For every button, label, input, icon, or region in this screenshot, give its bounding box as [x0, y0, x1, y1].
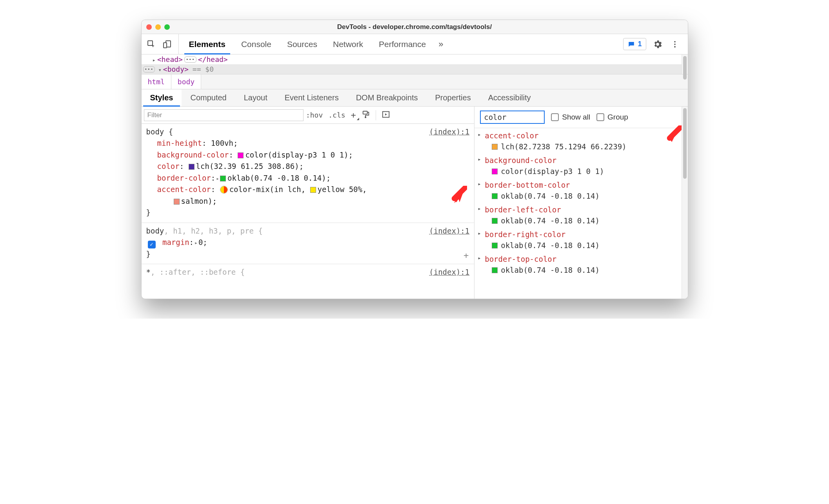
- computed-item[interactable]: border-left-color oklab(0.74 -0.18 0.14): [478, 204, 684, 228]
- window-title: DevTools - developer.chrome.com/tags/dev…: [142, 23, 688, 31]
- svg-rect-7: [365, 116, 366, 118]
- subtab-dom-breakpoints[interactable]: DOM Breakpoints: [347, 89, 427, 106]
- color-swatch[interactable]: [492, 169, 498, 174]
- prop-name[interactable]: margin: [162, 238, 189, 247]
- dom-node-body[interactable]: ••• <body> == $0: [142, 64, 688, 74]
- color-swatch[interactable]: [492, 193, 498, 199]
- expand-triangle-icon[interactable]: ▸: [216, 175, 219, 183]
- prop-value[interactable]: yellow: [318, 185, 345, 194]
- source-link[interactable]: (index):1: [429, 126, 469, 138]
- maximize-window-button[interactable]: [164, 24, 170, 30]
- ellipsis-badge[interactable]: •••: [143, 66, 155, 73]
- subtab-layout[interactable]: Layout: [235, 89, 276, 106]
- breadcrumb-html[interactable]: html: [142, 74, 171, 89]
- main-toolbar: Elements Console Sources Network Perform…: [142, 34, 688, 54]
- computed-item[interactable]: border-bottom-color oklab(0.74 -0.18 0.1…: [478, 179, 684, 204]
- css-rule-body[interactable]: (index):1 body { min-height: 100vh; back…: [142, 124, 474, 223]
- cls-button[interactable]: .cls: [328, 111, 345, 119]
- computed-value: oklab(0.74 -0.18 0.14): [501, 191, 600, 202]
- expand-icon[interactable]: [158, 65, 161, 73]
- computed-item[interactable]: background-color color(display-p3 1 0 1): [478, 154, 684, 179]
- scrollbar[interactable]: [682, 107, 688, 299]
- titlebar: DevTools - developer.chrome.com/tags/dev…: [142, 20, 688, 34]
- close-window-button[interactable]: [146, 24, 152, 30]
- computed-item[interactable]: border-top-color oklab(0.74 -0.18 0.14): [478, 253, 684, 278]
- new-style-rule-button[interactable]: +◢: [351, 110, 356, 120]
- svg-point-3: [674, 41, 676, 42]
- issues-badge[interactable]: 1: [623, 38, 646, 50]
- computed-toggle-icon[interactable]: [382, 110, 390, 120]
- color-swatch[interactable]: [492, 218, 498, 224]
- tag-text: </head>: [198, 55, 228, 63]
- subtab-styles[interactable]: Styles: [142, 89, 182, 106]
- checkbox-icon: [551, 113, 559, 121]
- prop-value[interactable]: 0: [198, 238, 203, 247]
- tab-console[interactable]: Console: [233, 34, 279, 54]
- color-swatch[interactable]: [492, 267, 498, 273]
- prop-name[interactable]: color: [157, 162, 180, 170]
- computed-item[interactable]: border-right-color oklab(0.74 -0.18 0.14…: [478, 228, 684, 253]
- kebab-menu-icon[interactable]: [669, 38, 681, 50]
- breadcrumb-body[interactable]: body: [171, 74, 201, 89]
- prop-name[interactable]: min-height: [157, 139, 202, 147]
- hov-button[interactable]: :hov: [306, 111, 323, 119]
- computed-value: oklab(0.74 -0.18 0.14): [501, 216, 600, 227]
- scrollbar[interactable]: [682, 54, 688, 74]
- expand-triangle-icon[interactable]: ▸: [195, 239, 198, 247]
- color-swatch[interactable]: [310, 187, 316, 193]
- color-swatch[interactable]: [220, 176, 226, 181]
- device-toolbar-icon[interactable]: [161, 38, 173, 50]
- prop-name[interactable]: background-color: [157, 150, 229, 159]
- subtab-accessibility[interactable]: Accessibility: [480, 89, 540, 106]
- tab-sources[interactable]: Sources: [279, 34, 325, 54]
- color-swatch[interactable]: [238, 152, 244, 158]
- computed-name: border-top-color: [485, 254, 684, 265]
- css-rule-reset[interactable]: (index):1 body, h1, h2, h3, p, pre { ✓ m…: [142, 223, 474, 265]
- color-swatch[interactable]: [492, 243, 498, 248]
- add-property-button[interactable]: +: [464, 249, 469, 262]
- prop-value: 50%,: [344, 185, 367, 194]
- tabs-overflow-button[interactable]: »: [434, 34, 448, 54]
- svg-rect-2: [164, 43, 167, 48]
- show-all-checkbox[interactable]: Show all: [551, 113, 590, 121]
- color-swatch[interactable]: [189, 164, 195, 170]
- tab-performance[interactable]: Performance: [371, 34, 434, 54]
- devtools-window: DevTools - developer.chrome.com/tags/dev…: [141, 20, 688, 299]
- computed-value: lch(82.7238 75.1294 66.2239): [501, 141, 626, 152]
- tab-network[interactable]: Network: [325, 34, 371, 54]
- subtab-event-listeners[interactable]: Event Listeners: [276, 89, 347, 106]
- group-checkbox[interactable]: Group: [596, 113, 628, 121]
- paint-icon[interactable]: [362, 110, 370, 120]
- dom-node-head[interactable]: <head> ••• </head>: [142, 54, 688, 64]
- styles-filter-input[interactable]: Filter: [144, 109, 304, 121]
- source-link[interactable]: (index):1: [429, 267, 469, 278]
- subtab-computed[interactable]: Computed: [182, 89, 235, 106]
- inspect-element-icon[interactable]: [145, 38, 157, 50]
- color-mix-swatch[interactable]: [220, 186, 228, 194]
- prop-value[interactable]: color(display-p3 1 0 1): [245, 150, 348, 159]
- settings-icon[interactable]: [652, 38, 664, 50]
- color-swatch[interactable]: [174, 199, 180, 205]
- prop-value[interactable]: 100vh: [211, 139, 233, 147]
- minimize-window-button[interactable]: [155, 24, 161, 30]
- dom-tree: <head> ••• </head> ••• <body> == $0: [142, 54, 688, 74]
- computed-name: background-color: [485, 155, 684, 166]
- color-swatch[interactable]: [492, 144, 498, 150]
- computed-filter-input[interactable]: [480, 111, 545, 124]
- property-enabled-checkbox[interactable]: ✓: [148, 241, 156, 248]
- ellipsis-badge[interactable]: •••: [184, 56, 196, 63]
- prop-value[interactable]: lch(32.39 61.25 308.86): [196, 162, 299, 170]
- expand-icon[interactable]: [153, 55, 156, 63]
- tab-elements[interactable]: Elements: [181, 34, 233, 54]
- prop-value[interactable]: color-mix(in lch,: [229, 185, 310, 194]
- rule-close: }: [146, 248, 470, 260]
- prop-name[interactable]: border-color: [157, 174, 211, 182]
- prop-name[interactable]: accent-color: [157, 185, 211, 194]
- css-rule-universal[interactable]: (index):1 *, ::after, ::before {: [142, 264, 474, 282]
- prop-value[interactable]: oklab(0.74 -0.18 0.14): [227, 174, 326, 182]
- subtab-properties[interactable]: Properties: [426, 89, 479, 106]
- computed-item[interactable]: accent-color lch(82.7238 75.1294 66.2239…: [478, 130, 684, 154]
- source-link[interactable]: (index):1: [429, 225, 469, 237]
- prop-value[interactable]: salmon: [181, 197, 208, 205]
- styles-computed-panes: Filter :hov .cls +◢ (index):1 bod: [142, 107, 688, 299]
